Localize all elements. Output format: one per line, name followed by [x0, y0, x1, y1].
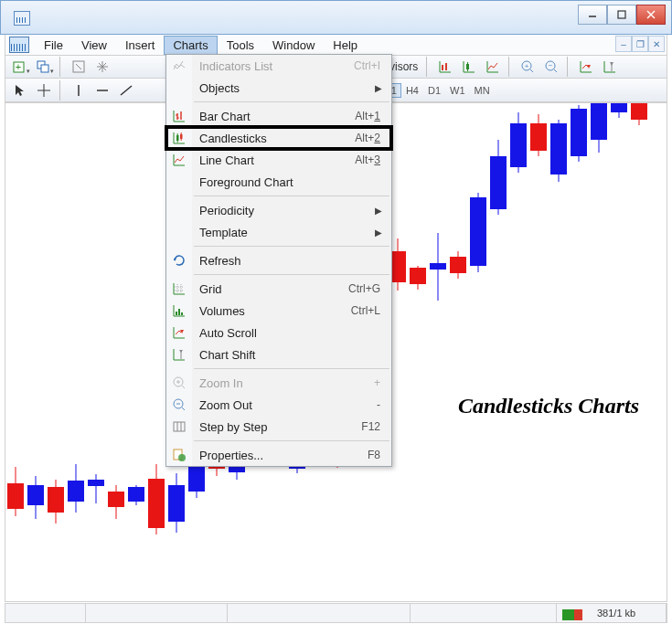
menu-help[interactable]: Help [324, 36, 367, 55]
app-window-icon [14, 11, 30, 26]
svg-point-89 [178, 454, 186, 461]
menu-window[interactable]: Window [263, 36, 324, 55]
menu-item-refresh[interactable]: Refresh [166, 249, 391, 271]
minimize-button[interactable] [578, 5, 607, 25]
menu-separator [194, 440, 389, 441]
menu-item-bar-chart[interactable]: Bar ChartAlt+1 [166, 105, 391, 127]
vertical-line-button[interactable] [68, 80, 90, 100]
candlestick [27, 103, 44, 601]
candlestick [68, 103, 84, 601]
mdi-minimize-button[interactable]: – [615, 36, 632, 52]
candlestick [7, 103, 24, 601]
menu-charts[interactable]: Charts [164, 36, 217, 55]
menu-item-candlesticks[interactable]: CandlesticksAlt+2 [166, 127, 391, 149]
zoom-out-button[interactable]: − [540, 57, 562, 77]
candlestick-button[interactable] [458, 57, 480, 77]
chartshift-button[interactable] [599, 57, 621, 77]
step-icon [166, 419, 192, 434]
connection-status-text: 381/1 kb [586, 608, 646, 619]
menu-item-label: Zoom Out [192, 398, 377, 412]
window-titlebar [0, 0, 672, 35]
zoom-out-icon [166, 397, 192, 412]
chartshift-icon [166, 347, 192, 362]
menu-item-chart-shift[interactable]: Chart Shift [166, 344, 391, 365]
candlestick [410, 103, 426, 601]
menu-item-label: Auto Scroll [192, 326, 391, 340]
candlestick [631, 103, 647, 601]
menu-item-grid[interactable]: GridCtrl+G [166, 278, 391, 300]
navigator-button[interactable] [91, 57, 113, 77]
market-watch-button[interactable] [68, 57, 90, 77]
menu-item-label: Template [192, 226, 375, 239]
grid-icon [166, 281, 192, 296]
menu-item-shortcut: F12 [361, 420, 391, 433]
menu-item-zoom-out[interactable]: Zoom Out- [166, 394, 391, 416]
menubar: FileViewInsertChartsToolsWindowHelp – ❐ … [5, 35, 667, 55]
menu-item-shortcut: Ctrl+L [351, 304, 391, 317]
candlestick [571, 103, 587, 601]
candlestick [470, 103, 486, 601]
maximize-button[interactable] [607, 5, 636, 25]
menu-insert[interactable]: Insert [116, 36, 165, 55]
submenu-arrow-icon: ▶ [375, 83, 391, 93]
svg-line-27 [530, 69, 533, 72]
menu-item-template[interactable]: Template▶ [166, 221, 391, 243]
menu-item-label: Chart Shift [192, 348, 391, 362]
properties-icon [166, 448, 192, 462]
timeframe-mn[interactable]: MN [470, 83, 495, 98]
svg-rect-1 [618, 11, 625, 18]
crosshair-button[interactable] [33, 80, 55, 100]
timeframe-w1[interactable]: W1 [445, 83, 470, 98]
cursor-button[interactable] [9, 80, 31, 100]
menu-item-objects[interactable]: Objects▶ [166, 77, 391, 99]
svg-line-79 [182, 386, 185, 388]
autoscroll-button[interactable] [575, 57, 597, 77]
candlestick [48, 103, 64, 601]
menu-item-label: Foreground Chart [192, 175, 391, 189]
menu-item-indicators-list: Indicators ListCtrl+I [166, 55, 391, 77]
svg-line-30 [554, 69, 557, 72]
svg-line-83 [182, 407, 185, 410]
menu-file[interactable]: File [35, 36, 72, 55]
chart-overlay-text: Candlesticks Charts [458, 394, 639, 418]
menu-tools[interactable]: Tools [218, 36, 263, 55]
menu-item-label: Volumes [192, 304, 351, 318]
trendline-button[interactable] [115, 80, 137, 100]
candlestick [490, 103, 507, 601]
menu-item-zoom-in: Zoom In+ [166, 372, 391, 394]
menu-item-foreground-chart[interactable]: Foreground Chart [166, 171, 391, 193]
menu-item-volumes[interactable]: VolumesCtrl+L [166, 300, 391, 322]
line-chart-button[interactable] [482, 57, 504, 77]
menu-item-properties[interactable]: Properties...F8 [166, 444, 391, 466]
bar-chart-button[interactable] [434, 57, 456, 77]
timeframe-h4[interactable]: H4 [401, 83, 423, 98]
menu-separator [194, 274, 389, 275]
menu-item-line-chart[interactable]: Line ChartAlt+3 [166, 149, 391, 171]
menu-item-shortcut: Alt+3 [355, 153, 391, 166]
menu-item-step-by-step[interactable]: Step by StepF12 [166, 416, 391, 438]
menu-item-label: Grid [192, 282, 348, 296]
menu-item-auto-scroll[interactable]: Auto Scroll [166, 322, 391, 344]
svg-line-9 [76, 64, 81, 69]
menu-item-label: Indicators List [192, 59, 354, 73]
candlestick [510, 103, 527, 601]
mdi-close-button[interactable]: ✕ [648, 36, 665, 52]
close-button[interactable] [636, 5, 666, 25]
menu-item-periodicity[interactable]: Periodicity▶ [166, 199, 391, 221]
menu-separator [194, 196, 389, 196]
new-chart-button[interactable]: + [9, 57, 31, 77]
menu-item-label: Line Chart [192, 153, 355, 167]
timeframe-d1[interactable]: D1 [423, 83, 445, 98]
svg-text:−: − [549, 61, 553, 69]
zoom-in-button[interactable]: + [517, 57, 539, 77]
horizontal-line-button[interactable] [91, 80, 113, 100]
indicators-icon [166, 58, 192, 73]
menu-separator [194, 101, 389, 102]
candlestick [550, 103, 567, 601]
candlestick [430, 103, 446, 601]
submenu-arrow-icon: ▶ [375, 206, 391, 216]
menu-item-shortcut: F8 [368, 449, 391, 461]
profiles-button[interactable] [33, 57, 55, 77]
mdi-restore-button[interactable]: ❐ [632, 36, 648, 52]
menu-view[interactable]: View [72, 36, 116, 55]
